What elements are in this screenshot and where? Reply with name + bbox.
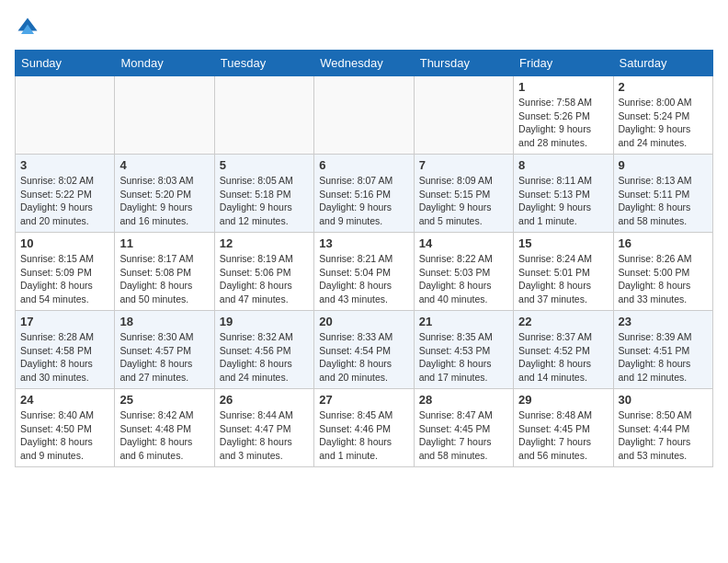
day-number: 19 [220, 315, 309, 328]
day-cell [115, 76, 214, 155]
day-cell [314, 76, 414, 155]
day-info: Sunrise: 8:39 AM Sunset: 4:51 PM Dayligh… [619, 330, 708, 385]
day-number: 11 [119, 236, 209, 250]
weekday-header-friday: Friday [514, 51, 613, 76]
day-cell: 5Sunrise: 8:05 AM Sunset: 5:18 PM Daylig… [214, 155, 313, 233]
day-cell: 14Sunrise: 8:22 AM Sunset: 5:03 PM Dayli… [414, 233, 513, 311]
day-cell: 30Sunrise: 8:50 AM Sunset: 4:44 PM Dayli… [613, 389, 712, 467]
day-number: 29 [518, 393, 608, 407]
day-number: 16 [619, 236, 708, 250]
day-info: Sunrise: 8:28 AM Sunset: 4:58 PM Dayligh… [20, 330, 109, 385]
day-info: Sunrise: 8:45 AM Sunset: 4:46 PM Dayligh… [319, 408, 408, 463]
day-info: Sunrise: 8:15 AM Sunset: 5:09 PM Dayligh… [20, 252, 109, 306]
day-number: 1 [518, 80, 608, 94]
week-row-5: 24Sunrise: 8:40 AM Sunset: 4:50 PM Dayli… [16, 389, 713, 467]
day-number: 3 [20, 158, 109, 172]
day-info: Sunrise: 8:50 AM Sunset: 4:44 PM Dayligh… [619, 408, 708, 463]
day-number: 2 [619, 80, 708, 94]
weekday-header-row: SundayMondayTuesdayWednesdayThursdayFrid… [16, 51, 713, 76]
day-cell: 27Sunrise: 8:45 AM Sunset: 4:46 PM Dayli… [314, 389, 414, 467]
day-info: Sunrise: 8:02 AM Sunset: 5:22 PM Dayligh… [20, 174, 109, 228]
day-number: 24 [20, 393, 109, 407]
day-info: Sunrise: 8:24 AM Sunset: 5:01 PM Dayligh… [518, 252, 608, 306]
day-number: 6 [319, 158, 408, 172]
day-cell: 9Sunrise: 8:13 AM Sunset: 5:11 PM Daylig… [613, 155, 712, 233]
weekday-header-saturday: Saturday [613, 51, 712, 76]
day-info: Sunrise: 7:58 AM Sunset: 5:26 PM Dayligh… [518, 96, 608, 150]
day-number: 23 [619, 315, 708, 328]
day-number: 9 [619, 158, 708, 172]
day-info: Sunrise: 8:00 AM Sunset: 5:24 PM Dayligh… [619, 96, 708, 150]
day-number: 4 [119, 158, 209, 172]
day-number: 17 [20, 315, 109, 328]
day-number: 20 [319, 315, 408, 328]
day-info: Sunrise: 8:42 AM Sunset: 4:48 PM Dayligh… [119, 408, 209, 463]
day-cell: 19Sunrise: 8:32 AM Sunset: 4:56 PM Dayli… [214, 311, 313, 389]
day-cell: 10Sunrise: 8:15 AM Sunset: 5:09 PM Dayli… [16, 233, 115, 311]
day-cell: 28Sunrise: 8:47 AM Sunset: 4:45 PM Dayli… [414, 389, 513, 467]
day-cell: 29Sunrise: 8:48 AM Sunset: 4:45 PM Dayli… [514, 389, 613, 467]
day-number: 13 [319, 236, 408, 250]
day-info: Sunrise: 8:26 AM Sunset: 5:00 PM Dayligh… [619, 252, 708, 306]
page-header [15, 15, 713, 40]
day-info: Sunrise: 8:19 AM Sunset: 5:06 PM Dayligh… [220, 252, 309, 306]
day-cell: 23Sunrise: 8:39 AM Sunset: 4:51 PM Dayli… [613, 311, 712, 389]
day-number: 14 [419, 236, 508, 250]
day-info: Sunrise: 8:35 AM Sunset: 4:53 PM Dayligh… [419, 330, 508, 385]
day-cell: 18Sunrise: 8:30 AM Sunset: 4:57 PM Dayli… [115, 311, 214, 389]
day-number: 10 [20, 236, 109, 250]
day-number: 8 [518, 158, 608, 172]
day-cell [214, 76, 313, 155]
day-cell: 25Sunrise: 8:42 AM Sunset: 4:48 PM Dayli… [115, 389, 214, 467]
day-cell: 4Sunrise: 8:03 AM Sunset: 5:20 PM Daylig… [115, 155, 214, 233]
day-number: 22 [518, 315, 608, 328]
day-info: Sunrise: 8:11 AM Sunset: 5:13 PM Dayligh… [518, 174, 608, 228]
day-number: 21 [419, 315, 508, 328]
day-cell: 17Sunrise: 8:28 AM Sunset: 4:58 PM Dayli… [16, 311, 115, 389]
week-row-4: 17Sunrise: 8:28 AM Sunset: 4:58 PM Dayli… [16, 311, 713, 389]
day-cell: 15Sunrise: 8:24 AM Sunset: 5:01 PM Dayli… [514, 233, 613, 311]
day-cell: 2Sunrise: 8:00 AM Sunset: 5:24 PM Daylig… [613, 76, 712, 155]
day-number: 15 [518, 236, 608, 250]
weekday-header-wednesday: Wednesday [314, 51, 414, 76]
day-number: 30 [619, 393, 708, 407]
day-cell: 6Sunrise: 8:07 AM Sunset: 5:16 PM Daylig… [314, 155, 414, 233]
week-row-1: 1Sunrise: 7:58 AM Sunset: 5:26 PM Daylig… [16, 76, 713, 155]
day-number: 5 [220, 158, 309, 172]
day-cell: 24Sunrise: 8:40 AM Sunset: 4:50 PM Dayli… [16, 389, 115, 467]
day-cell: 20Sunrise: 8:33 AM Sunset: 4:54 PM Dayli… [314, 311, 414, 389]
day-number: 28 [419, 393, 508, 407]
day-cell: 21Sunrise: 8:35 AM Sunset: 4:53 PM Dayli… [414, 311, 513, 389]
day-cell: 22Sunrise: 8:37 AM Sunset: 4:52 PM Dayli… [514, 311, 613, 389]
day-info: Sunrise: 8:47 AM Sunset: 4:45 PM Dayligh… [419, 408, 508, 463]
weekday-header-thursday: Thursday [414, 51, 513, 76]
day-number: 26 [220, 393, 309, 407]
week-row-3: 10Sunrise: 8:15 AM Sunset: 5:09 PM Dayli… [16, 233, 713, 311]
day-info: Sunrise: 8:30 AM Sunset: 4:57 PM Dayligh… [119, 330, 209, 385]
day-number: 12 [220, 236, 309, 250]
day-info: Sunrise: 8:17 AM Sunset: 5:08 PM Dayligh… [119, 252, 209, 306]
day-cell: 1Sunrise: 7:58 AM Sunset: 5:26 PM Daylig… [514, 76, 613, 155]
day-cell: 16Sunrise: 8:26 AM Sunset: 5:00 PM Dayli… [613, 233, 712, 311]
day-cell: 7Sunrise: 8:09 AM Sunset: 5:15 PM Daylig… [414, 155, 513, 233]
weekday-header-monday: Monday [115, 51, 214, 76]
weekday-header-tuesday: Tuesday [214, 51, 313, 76]
day-cell: 26Sunrise: 8:44 AM Sunset: 4:47 PM Dayli… [214, 389, 313, 467]
day-info: Sunrise: 8:32 AM Sunset: 4:56 PM Dayligh… [220, 330, 309, 385]
day-info: Sunrise: 8:33 AM Sunset: 4:54 PM Dayligh… [319, 330, 408, 385]
day-info: Sunrise: 8:48 AM Sunset: 4:45 PM Dayligh… [518, 408, 608, 463]
day-cell [16, 76, 115, 155]
weekday-header-sunday: Sunday [16, 51, 115, 76]
calendar: SundayMondayTuesdayWednesdayThursdayFrid… [15, 50, 713, 467]
day-info: Sunrise: 8:37 AM Sunset: 4:52 PM Dayligh… [518, 330, 608, 385]
day-cell: 3Sunrise: 8:02 AM Sunset: 5:22 PM Daylig… [16, 155, 115, 233]
day-number: 7 [419, 158, 508, 172]
day-number: 27 [319, 393, 408, 407]
day-info: Sunrise: 8:05 AM Sunset: 5:18 PM Dayligh… [220, 174, 309, 228]
day-cell [414, 76, 513, 155]
day-info: Sunrise: 8:07 AM Sunset: 5:16 PM Dayligh… [319, 174, 408, 228]
day-number: 25 [119, 393, 209, 407]
day-info: Sunrise: 8:03 AM Sunset: 5:20 PM Dayligh… [119, 174, 209, 228]
day-number: 18 [119, 315, 209, 328]
week-row-2: 3Sunrise: 8:02 AM Sunset: 5:22 PM Daylig… [16, 155, 713, 233]
